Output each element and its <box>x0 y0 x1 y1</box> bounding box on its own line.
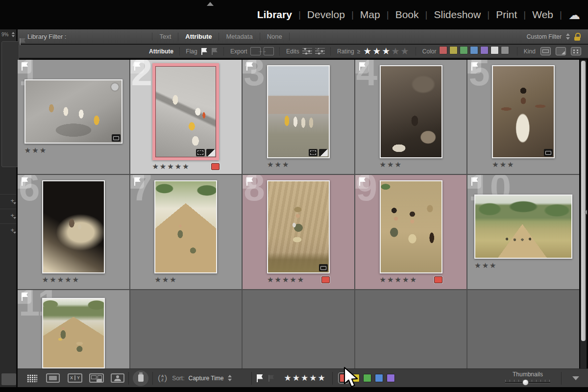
panel-header-row[interactable]: + <box>0 194 16 208</box>
star-icon[interactable]: ★ <box>391 46 400 56</box>
exported-icon[interactable] <box>250 47 261 55</box>
rating-operator[interactable]: ≥ <box>357 48 361 55</box>
pick-flag-icon[interactable] <box>243 60 256 74</box>
module-web[interactable]: Web <box>532 9 553 21</box>
photo-thumbnail[interactable] <box>492 65 555 158</box>
grid-cell[interactable]: 4 ★★★ <box>355 60 467 174</box>
photo-thumbnail[interactable] <box>24 79 122 144</box>
camera-badge[interactable] <box>544 149 553 156</box>
flag-pick-icon[interactable] <box>256 374 264 383</box>
video-kind-icon[interactable] <box>571 47 581 55</box>
left-panel-collapsed[interactable]: 9% + + + <box>0 29 18 392</box>
pick-flag-icon[interactable] <box>467 175 481 189</box>
cell-stars[interactable]: ★★★ <box>154 276 177 284</box>
color-swatch-2[interactable] <box>460 46 468 54</box>
cell-stars[interactable]: ★★★★★ <box>42 276 80 284</box>
scrollbar-thumb[interactable] <box>581 61 586 341</box>
photo-thumbnail[interactable] <box>267 180 330 273</box>
toolbar-color-swatch-1[interactable] <box>351 374 360 382</box>
cell-stars[interactable]: ★★★★★ <box>267 276 305 284</box>
edit-badge[interactable] <box>319 149 328 156</box>
star-icon[interactable]: ★ <box>301 373 309 383</box>
panel-header-row[interactable]: + <box>0 223 16 238</box>
toolbar-color-swatch-2[interactable] <box>363 374 371 382</box>
compare-view-icon[interactable] <box>68 373 82 383</box>
cell-stars[interactable]: ★★★ <box>474 262 497 270</box>
photo-thumbnail[interactable] <box>474 195 572 259</box>
module-slideshow[interactable]: Slideshow <box>434 9 481 21</box>
collapse-top-panel-arrow-icon[interactable] <box>207 2 214 6</box>
module-develop[interactable]: Develop <box>307 9 345 21</box>
sort-value[interactable]: Capture Time <box>188 375 223 382</box>
custom-filter-preset[interactable]: Custom Filter <box>527 33 562 40</box>
panel-header-row[interactable]: + <box>0 209 16 223</box>
pick-flag-icon[interactable] <box>467 60 481 74</box>
preset-stepper-icon[interactable] <box>565 33 570 40</box>
filter-lock-icon[interactable] <box>574 33 581 41</box>
module-map[interactable]: Map <box>360 9 380 21</box>
color-swatch-4[interactable] <box>480 46 489 54</box>
filter-tab-metadata[interactable]: Metadata <box>219 33 259 40</box>
camera-badge[interactable] <box>112 134 121 142</box>
flag-unflagged-icon[interactable] <box>19 38 26 46</box>
edit-badge[interactable] <box>206 149 215 156</box>
cell-stars[interactable]: ★★★ <box>267 161 290 169</box>
pick-flag-icon[interactable] <box>18 290 31 304</box>
sort-stepper-icon[interactable] <box>227 375 232 381</box>
grid-cell[interactable]: 1 ★★★ <box>18 60 129 174</box>
pick-flag-icon[interactable] <box>130 175 144 189</box>
expand-right-panel-arrow-icon[interactable] <box>585 210 587 215</box>
color-swatch-3[interactable] <box>470 46 478 54</box>
pick-flag-icon[interactable] <box>355 60 369 74</box>
photo-thumbnail[interactable] <box>380 180 442 273</box>
grid-view-icon[interactable] <box>26 374 37 382</box>
color-swatch-5[interactable] <box>490 46 499 54</box>
pick-flag-icon[interactable] <box>18 175 31 189</box>
grid-cell[interactable]: 7 ★★★ <box>130 175 242 289</box>
star-icon[interactable]: ★ <box>309 373 318 383</box>
toolbar-color-swatch-4[interactable] <box>387 374 395 382</box>
star-icon[interactable]: ★ <box>318 373 326 383</box>
color-label-swatch[interactable] <box>321 276 330 283</box>
unedited-icon[interactable] <box>315 48 325 54</box>
grid-cell[interactable]: 10 ★★★ <box>467 175 579 289</box>
grid-cell[interactable]: 2 ★★★★★ <box>130 60 242 174</box>
grid-cell[interactable]: 6 ★★★★★ <box>18 175 129 289</box>
color-label-swatch[interactable] <box>211 163 220 170</box>
navigator-zoom-value[interactable]: 9% <box>1 32 8 37</box>
survey-view-icon[interactable] <box>89 373 104 383</box>
crop-badge[interactable] <box>196 149 205 156</box>
navigator-zoom-stepper-icon[interactable] <box>11 32 15 37</box>
flag-pick-icon[interactable] <box>200 48 208 55</box>
photo-thumbnail[interactable] <box>42 180 105 273</box>
chevron-down-icon[interactable] <box>572 376 579 380</box>
master-photo-kind-icon[interactable] <box>540 47 551 55</box>
color-swatch-1[interactable] <box>449 46 458 54</box>
edited-icon[interactable] <box>302 48 312 54</box>
thumbnail-slider-handle[interactable] <box>522 379 529 386</box>
cell-stars[interactable]: ★★★ <box>380 161 402 169</box>
module-print[interactable]: Print <box>496 9 517 21</box>
grid-cell[interactable]: 9 ★★★★★ <box>355 175 467 289</box>
cell-stars[interactable]: ★★★★★ <box>152 163 190 171</box>
cell-stars[interactable]: ★★★★★ <box>380 276 417 284</box>
toolbar-color-swatch-0[interactable] <box>340 374 348 382</box>
not-exported-icon[interactable] <box>264 47 274 55</box>
grid-cell[interactable]: 5 ★★★ <box>467 60 579 174</box>
star-icon[interactable]: ★ <box>284 373 293 383</box>
star-icon[interactable]: ★ <box>382 46 391 56</box>
sort-direction-icon[interactable]: ( AZ ) <box>158 374 167 382</box>
star-icon[interactable]: ★ <box>400 46 410 56</box>
pick-flag-icon[interactable] <box>130 60 144 74</box>
crop-badge[interactable] <box>309 149 318 156</box>
virtual-copy-kind-icon[interactable] <box>556 47 566 55</box>
filter-tab-none[interactable]: None <box>260 33 290 40</box>
pick-flag-icon[interactable] <box>355 175 369 189</box>
photo-thumbnail[interactable] <box>152 63 219 160</box>
module-book[interactable]: Book <box>395 9 419 21</box>
star-icon[interactable]: ★ <box>363 46 372 56</box>
photo-thumbnail[interactable] <box>42 298 105 368</box>
photo-thumbnail[interactable] <box>154 180 217 273</box>
stack-circle-badge[interactable] <box>111 83 119 91</box>
people-view-icon[interactable] <box>111 373 124 383</box>
